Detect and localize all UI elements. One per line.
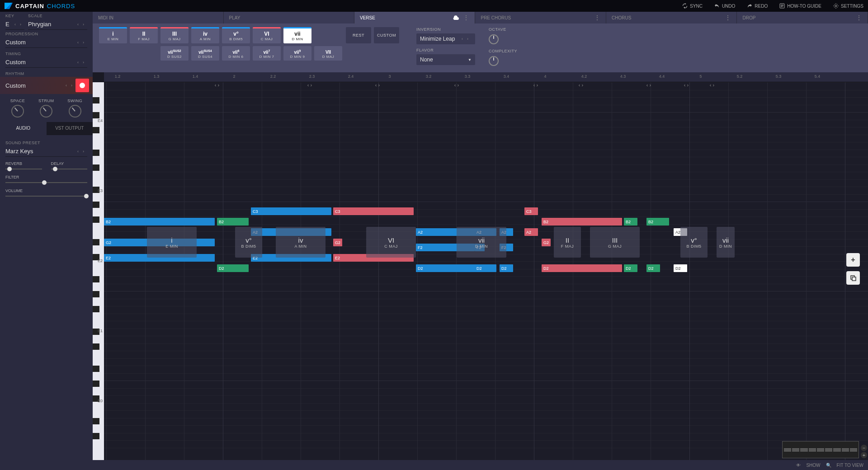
filter-slider[interactable] [5, 182, 87, 183]
menu-dots-icon[interactable]: ⋮ [594, 14, 600, 21]
tab-drop[interactable]: DROP⋮ [737, 12, 868, 24]
note-c3[interactable]: C3 [524, 207, 538, 215]
note-a2[interactable]: A2 [524, 228, 538, 236]
placed-chord-b-dim5[interactable]: v°B DIM5 [680, 227, 708, 258]
tab-midi-in[interactable]: MIDI IN [93, 12, 224, 24]
chevron-right-icon[interactable]: › [83, 60, 87, 65]
progression-field[interactable]: Custom ‹› [5, 37, 87, 48]
placed-chord-c-maj[interactable]: VIC MAJ [366, 227, 416, 258]
note-g2[interactable]: G2 [542, 239, 551, 246]
zoom-out-button[interactable]: − [861, 445, 867, 451]
placed-chord-g-maj[interactable]: IIIG MAJ [590, 227, 640, 258]
chevron-right-icon[interactable]: › [20, 22, 24, 27]
chevron-right-icon[interactable]: › [83, 40, 87, 45]
chevron-right-icon[interactable]: › [83, 149, 87, 154]
note-d2[interactable]: D2 [500, 264, 513, 272]
cloud-icon[interactable] [452, 15, 459, 20]
redo-button[interactable]: REDO [747, 3, 768, 9]
chord-button-g-maj[interactable]: IIIG MAJ [160, 27, 189, 43]
placed-chord-a-min[interactable]: ivA MIN [276, 227, 326, 258]
chord-resize-handle[interactable]: ‹ › [215, 82, 219, 88]
placed-chord-d-min[interactable]: viiD MIN [717, 227, 735, 258]
note-c3[interactable]: C3 [251, 207, 331, 215]
placed-chord-d-min[interactable]: viiD MIN [457, 227, 506, 258]
vst-output-tab[interactable]: VST OUTPUT [47, 122, 93, 135]
menu-dots-icon[interactable]: ⋮ [463, 14, 469, 21]
custom-chord-button[interactable]: CUSTOM [374, 27, 399, 43]
tab-play[interactable]: PLAY [224, 12, 355, 24]
chord-button-c-maj[interactable]: VIC MAJ [253, 27, 281, 43]
swing-knob[interactable] [69, 105, 81, 118]
menu-dots-icon[interactable]: ⋮ [725, 14, 731, 21]
undo-button[interactable]: UNDO [714, 3, 735, 9]
placed-chord-b-dim5[interactable]: v°B DIM5 [235, 227, 262, 258]
strum-knob[interactable] [40, 105, 52, 118]
chevron-left-icon[interactable]: ‹ [14, 22, 19, 27]
howto-button[interactable]: HOW-TO GUIDE [779, 3, 821, 9]
sync-button[interactable]: SYNC [682, 3, 703, 9]
roll-grid[interactable]: ‹ ›‹ ›‹ ›‹ ›‹ ›‹ ›‹ ›‹ ›‹ ›B2G2E2B2D2C3A… [104, 82, 868, 460]
record-button[interactable] [75, 79, 89, 92]
chevron-left-icon[interactable]: ‹ [77, 149, 82, 154]
piano-roll[interactable]: E4E3E2E1E0 ‹ ›‹ ›‹ ›‹ ›‹ ›‹ ›‹ ›‹ ›‹ ›B2… [93, 82, 868, 460]
chord-ext-button-d-sus4[interactable]: viiSUS4D SUS4 [191, 46, 219, 61]
audio-tab[interactable]: AUDIO [0, 122, 47, 135]
note-d2[interactable]: D2 [624, 264, 637, 272]
chevron-left-icon[interactable]: ‹ [77, 40, 82, 45]
chevron-left-icon[interactable]: ‹ [462, 37, 466, 41]
flavor-field[interactable]: None▼ [416, 54, 475, 65]
inversion-field[interactable]: Minimize Leap‹› [416, 33, 475, 44]
chord-resize-handle[interactable]: ‹ › [710, 82, 714, 88]
search-icon[interactable]: 🔍 [826, 463, 831, 468]
space-knob[interactable] [11, 105, 24, 118]
placed-chord-e-min[interactable]: iE MIN [147, 227, 197, 258]
chord-ext-button-d-min-9[interactable]: vii9D MIN 9 [283, 46, 311, 61]
volume-slider[interactable] [5, 196, 87, 197]
chevron-right-icon[interactable]: › [71, 83, 75, 88]
chord-ext-button-d-sus2[interactable]: viiSUS2D SUS2 [160, 46, 189, 61]
key-field[interactable]: E ‹› [5, 19, 24, 30]
reverb-slider[interactable] [5, 169, 42, 169]
chord-button-e-min[interactable]: iE MIN [99, 27, 127, 43]
note-g2[interactable]: G2 [333, 239, 342, 246]
chevron-right-icon[interactable]: › [83, 22, 87, 27]
rhythm-field[interactable]: Custom ‹› [5, 80, 75, 91]
duplicate-button[interactable] [846, 271, 860, 285]
chord-button-b-dim5[interactable]: v°B DIM5 [222, 27, 250, 43]
chord-resize-handle[interactable]: ‹ › [375, 82, 380, 88]
chord-resize-handle[interactable]: ‹ › [307, 82, 312, 88]
chevron-left-icon[interactable]: ‹ [77, 60, 82, 65]
settings-button[interactable]: SETTINGS [833, 3, 863, 9]
sound-preset-field[interactable]: Marz Keys ‹› [5, 146, 87, 157]
delay-slider[interactable] [51, 169, 88, 169]
chevron-left-icon[interactable]: ‹ [77, 22, 82, 27]
chord-resize-handle[interactable]: ‹ › [579, 82, 583, 88]
eye-icon[interactable]: 👁 [796, 463, 801, 468]
note-b2[interactable]: B2 [217, 218, 249, 226]
show-label[interactable]: SHOW [806, 463, 820, 468]
menu-dots-icon[interactable]: ⋮ [856, 14, 862, 21]
chord-ext-button-d-maj[interactable]: VIID MAJ [314, 46, 342, 61]
note-b2[interactable]: B2 [646, 218, 669, 226]
note-c3[interactable]: C3 [333, 207, 414, 215]
tab-prechorus[interactable]: PRE CHORUS⋮ [475, 12, 606, 24]
complexity-knob[interactable] [489, 56, 499, 66]
note-b2[interactable]: B2 [104, 218, 215, 226]
note-d2[interactable]: D2 [217, 264, 249, 272]
chord-button-d-min[interactable]: viiD MIN [283, 27, 311, 43]
note-d2[interactable]: D2 [674, 264, 687, 272]
chord-ext-button-d-min-6[interactable]: vii6D MIN 6 [222, 46, 250, 61]
zoom-in-button[interactable]: + [861, 452, 867, 458]
timing-field[interactable]: Custom ‹› [5, 57, 87, 68]
chord-button-f-maj[interactable]: IIF MAJ [130, 27, 158, 43]
note-d2[interactable]: D2 [475, 264, 485, 272]
placed-chord-f-maj[interactable]: IIF MAJ [554, 227, 581, 258]
minimap[interactable] [782, 441, 859, 458]
rest-button[interactable]: REST [346, 27, 371, 43]
add-chord-button[interactable]: + [846, 253, 860, 267]
tab-chorus[interactable]: CHORUS⋮ [606, 12, 737, 24]
octave-knob[interactable] [489, 34, 499, 44]
note-d2[interactable]: D2 [542, 264, 622, 272]
chord-resize-handle[interactable]: ‹ › [454, 82, 459, 88]
chevron-right-icon[interactable]: › [467, 37, 472, 41]
